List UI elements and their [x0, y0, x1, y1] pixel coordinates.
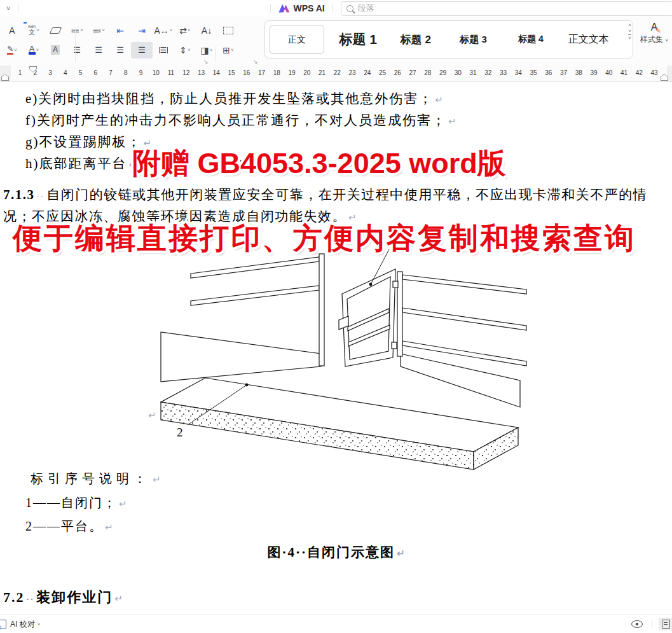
ruler-number: 22: [333, 69, 342, 76]
paragraph-group-expander-icon[interactable]: ↘: [253, 59, 258, 65]
clause-7-2-heading: 7.2··装卸作业门↵: [3, 588, 123, 607]
swap-direction-button[interactable]: ⇄˅: [174, 22, 196, 39]
wps-writer-window: ˅ WPS AI 段落 A wén文˅ ≔˅ ≕˅ ⇤ ⇥ A↔˅ ⇄˅: [0, 0, 672, 633]
ruler-number: 31: [469, 69, 478, 76]
divider: [18, 4, 18, 13]
shading-fill-button[interactable]: ◨˅: [196, 42, 217, 59]
divider: [270, 4, 271, 13]
watermark-line1: 附赠 GB4053.3-2025 word版附赠 GB4053.3-2025 w…: [132, 144, 506, 183]
increase-indent-button[interactable]: ⇥: [131, 22, 153, 39]
collapse-ribbon-icon[interactable]: ˅: [6, 4, 10, 12]
divider: [652, 620, 652, 629]
ruler-number: 12: [181, 69, 191, 76]
gallery-scroll-up-icon[interactable]: ˄: [628, 23, 631, 27]
ruler-number: 9: [136, 69, 146, 76]
ruler-number: 25: [378, 69, 387, 76]
ruler-number: 17: [257, 69, 266, 76]
gallery-scroll-down-icon[interactable]: ˅: [628, 29, 631, 33]
document-line: e)关闭时由挡块阻挡，防止人员推开发生坠落或其他意外伤害；↵: [25, 90, 443, 108]
style-option[interactable]: 正文文本: [559, 33, 617, 46]
font-color-button[interactable]: A˅: [23, 42, 45, 59]
align-center-button[interactable]: ☰: [88, 42, 109, 59]
ruler-number: 40: [604, 69, 614, 76]
char-shading-button[interactable]: A: [45, 42, 66, 59]
eye-protect-icon[interactable]: [631, 620, 643, 628]
ruler-number: 43: [650, 69, 659, 76]
ruler-number: 4: [60, 69, 70, 76]
ruler-number: 7: [106, 69, 116, 76]
ai-proofread-button[interactable]: AI 校对: [10, 619, 35, 630]
divider: [333, 4, 333, 13]
pinyin-guide-button[interactable]: wén文˅: [23, 22, 45, 39]
style-set-button[interactable]: A✎ 样式集 ˅: [636, 22, 672, 45]
line-spacing-button[interactable]: ⇕˅: [174, 42, 196, 59]
font-group-expander-icon[interactable]: ↘: [203, 59, 209, 65]
ruler-number: 33: [498, 69, 508, 76]
bullet-list-button[interactable]: ≔˅: [66, 22, 88, 39]
ruler-number: 42: [634, 69, 644, 76]
align-left-button[interactable]: ☰: [66, 42, 88, 59]
figure-caption: 图·4··自闭门示意图↵: [0, 543, 672, 561]
borders-button[interactable]: ⊞˅: [217, 42, 239, 59]
decrease-indent-button[interactable]: ⇤: [109, 22, 131, 39]
ruler-number: 27: [408, 69, 418, 76]
ruler-number: 38: [574, 69, 584, 76]
distribute-button[interactable]: ☰: [153, 42, 174, 59]
document-icon: [662, 620, 670, 629]
ruler-number: 1: [15, 69, 25, 76]
ruler-number: 36: [544, 69, 553, 76]
ruler-number: 37: [559, 69, 568, 76]
ruler-number: 41: [619, 69, 629, 76]
ruler-number: 3: [46, 69, 55, 76]
document-line: f)关闭时产生的冲击力不影响人员正常通行，不对人员造成伤害；↵: [25, 111, 456, 129]
space-marks: ··: [37, 191, 45, 201]
document-page[interactable]: e)关闭时由挡块阻挡，防止人员推开发生坠落或其他意外伤害；↵f)关闭时产生的冲击…: [0, 82, 672, 615]
ruler-number: 34: [514, 69, 523, 76]
ruler-number: 16: [242, 69, 251, 76]
style-option[interactable]: 标题 1: [329, 31, 387, 48]
ruler-number: 11: [167, 69, 176, 76]
gallery-expand-icon[interactable]: ˅: [628, 34, 631, 40]
ruler-number: 13: [196, 69, 206, 76]
ruler-number: 19: [287, 69, 297, 76]
search-icon: [346, 5, 353, 12]
ruler-number: 10: [151, 69, 161, 76]
ruler-number: 26: [393, 69, 402, 76]
clause-7-1-3-line1: 7.1.3··自闭门的铰链或其他开闭装置应安全可靠，在开关过程中使用平稳，不应出…: [3, 186, 647, 204]
style-option[interactable]: 标题 3: [444, 34, 502, 46]
style-gallery-arrows: ˄ ˅ ˅: [628, 23, 631, 40]
ruler-numbers: 1234567891011121314151617181920212223242…: [15, 69, 659, 76]
justify-button[interactable]: ☰: [131, 42, 153, 59]
show-marks-button[interactable]: [217, 22, 239, 39]
ruler-number: 14: [212, 69, 221, 76]
clear-format-eraser-icon[interactable]: [45, 22, 66, 39]
ruler-number: 18: [272, 69, 282, 76]
shrink-font-button[interactable]: A: [1, 22, 23, 39]
clause-number: 7.1.3: [3, 187, 35, 202]
group-divider: [75, 27, 76, 62]
wps-ai-label: WPS AI: [293, 3, 324, 13]
ruler-number: 21: [317, 69, 327, 76]
style-option[interactable]: 正文: [270, 25, 324, 54]
figure-self-closing-gate: 2: [0, 248, 672, 472]
ruler-number: 32: [483, 69, 493, 76]
legend-item: 2——平台。↵: [25, 518, 113, 535]
status-bar: AI 校对 ˅: [0, 615, 672, 633]
wps-ai-button[interactable]: WPS AI: [278, 3, 324, 13]
style-option[interactable]: 标题 4: [502, 34, 560, 45]
watermark-line2: 便于编辑直接打印、方便内容复制和搜索查询便于编辑直接打印、方便内容复制和搜索查询: [13, 219, 636, 258]
ruler-number: 28: [423, 69, 432, 76]
style-option[interactable]: 标题 2: [387, 32, 445, 47]
ruler-number: 8: [121, 69, 130, 76]
highlight-pen-button[interactable]: ✎˅: [1, 42, 23, 59]
chevron-down-icon[interactable]: ˅: [38, 622, 41, 627]
command-search-input[interactable]: 段落: [341, 1, 672, 16]
view-mode-button[interactable]: [659, 618, 672, 630]
numbered-list-button[interactable]: ≕˅: [88, 22, 109, 39]
align-right-button[interactable]: ☰: [109, 42, 131, 59]
legend-item: 1——自闭门；↵: [25, 494, 127, 511]
char-scale-button[interactable]: A↔˅: [153, 22, 174, 39]
toolbar: A wén文˅ ≔˅ ≕˅ ⇤ ⇥ A↔˅ ⇄˅ A↓ ✎˅ A˅ A ☰ ☰ …: [0, 17, 672, 66]
sort-button[interactable]: A↓: [196, 22, 217, 39]
ruler-number: 15: [227, 69, 237, 76]
